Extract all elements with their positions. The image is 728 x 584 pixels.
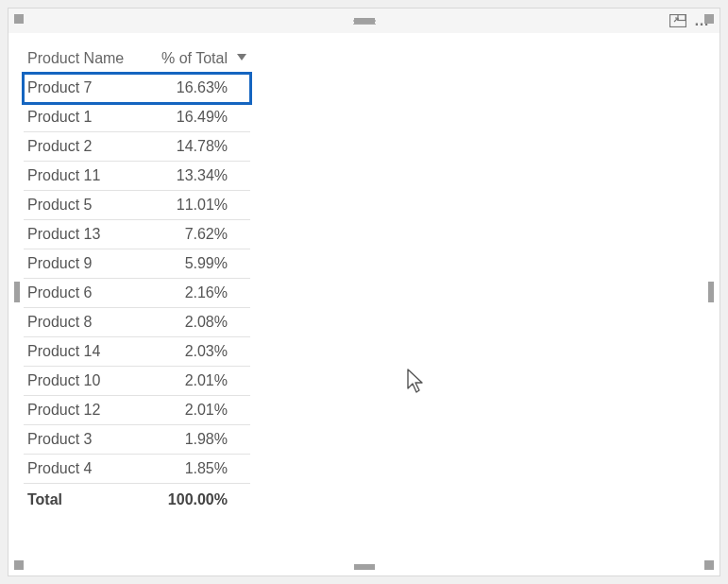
total-value: 100.00% (146, 484, 250, 515)
cell-product-name: Product 14 (24, 337, 146, 367)
table-row[interactable]: Product 122.01% (24, 396, 250, 425)
cell-product-name: Product 13 (24, 220, 146, 249)
total-label: Total (24, 484, 146, 515)
resize-handle-bottom-right[interactable] (704, 560, 714, 570)
cell-product-name: Product 2 (24, 132, 146, 162)
table-row[interactable]: Product 214.78% (24, 132, 250, 162)
table-header-row: Product Name % of Total (24, 46, 250, 74)
cell-pct-of-total: 5.99% (146, 249, 250, 279)
column-header-product-name[interactable]: Product Name (24, 46, 146, 74)
cell-product-name: Product 6 (24, 279, 146, 308)
table-row[interactable]: Product 31.98% (24, 425, 250, 455)
resize-handle-top[interactable] (354, 18, 375, 24)
cell-product-name: Product 12 (24, 396, 146, 425)
cell-pct-of-total: 2.08% (146, 308, 250, 337)
cell-product-name: Product 1 (24, 103, 146, 132)
cell-pct-of-total: 1.85% (146, 455, 250, 484)
table-row[interactable]: Product 1113.34% (24, 162, 250, 191)
resize-handle-bottom[interactable] (354, 564, 375, 570)
table-row[interactable]: Product 116.49% (24, 103, 250, 132)
table-row[interactable]: Product 82.08% (24, 308, 250, 337)
table-row[interactable]: Product 62.16% (24, 279, 250, 308)
cell-pct-of-total: 7.62% (146, 220, 250, 249)
resize-handle-left[interactable] (14, 282, 20, 302)
resize-handle-bottom-left[interactable] (14, 560, 24, 570)
table-row[interactable]: Product 102.01% (24, 367, 250, 396)
cell-pct-of-total: 14.78% (146, 132, 250, 162)
cell-product-name: Product 8 (24, 308, 146, 337)
cell-product-name: Product 4 (24, 455, 146, 484)
sort-descending-icon (237, 54, 246, 60)
cell-product-name: Product 5 (24, 191, 146, 220)
column-header-pct-label: % of Total (161, 50, 228, 66)
table-row[interactable]: Product 95.99% (24, 249, 250, 279)
cell-pct-of-total: 2.01% (146, 396, 250, 425)
cell-pct-of-total: 2.03% (146, 337, 250, 367)
cell-pct-of-total: 2.16% (146, 279, 250, 308)
table-row[interactable]: Product 511.01% (24, 191, 250, 220)
resize-handle-top-right[interactable] (704, 14, 714, 24)
data-table: Product Name % of Total Product 716.63%P… (24, 46, 250, 514)
focus-mode-icon[interactable] (669, 14, 686, 27)
resize-handle-right[interactable] (708, 282, 714, 302)
cell-product-name: Product 10 (24, 367, 146, 396)
cell-pct-of-total: 1.98% (146, 425, 250, 455)
resize-handle-top-left[interactable] (14, 14, 24, 24)
cell-pct-of-total: 13.34% (146, 162, 250, 191)
table-row[interactable]: Product 142.03% (24, 337, 250, 367)
table-row[interactable]: Product 716.63% (24, 74, 250, 103)
table-row[interactable]: Product 137.62% (24, 220, 250, 249)
cell-product-name: Product 11 (24, 162, 146, 191)
column-header-pct-of-total[interactable]: % of Total (146, 46, 250, 74)
cell-pct-of-total: 16.63% (146, 74, 250, 103)
cell-product-name: Product 7 (24, 74, 146, 103)
table-visual[interactable]: … Product Name % of Total Product 716.63… (8, 8, 720, 576)
svg-rect-1 (678, 15, 686, 21)
table-row[interactable]: Product 41.85% (24, 455, 250, 484)
cell-product-name: Product 9 (24, 249, 146, 279)
cell-pct-of-total: 11.01% (146, 191, 250, 220)
cell-pct-of-total: 2.01% (146, 367, 250, 396)
cell-pct-of-total: 16.49% (146, 103, 250, 132)
table-total-row: Total 100.00% (24, 484, 250, 515)
table-body-area: Product Name % of Total Product 716.63%P… (8, 33, 720, 514)
cell-product-name: Product 3 (24, 425, 146, 455)
